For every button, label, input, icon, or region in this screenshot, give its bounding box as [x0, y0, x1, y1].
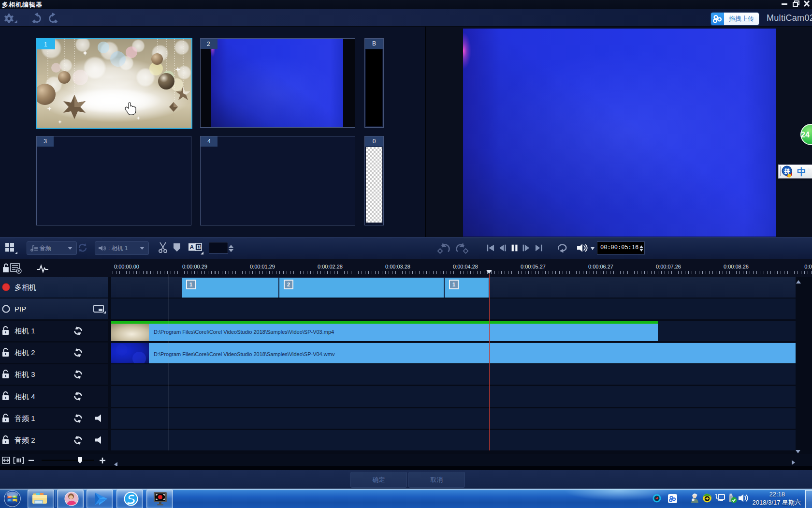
svg-text:拼: 拼 — [784, 168, 790, 175]
svg-text:1: 1 — [44, 41, 47, 48]
svg-text:2: 2 — [207, 41, 210, 47]
svg-text:24: 24 — [801, 131, 810, 139]
svg-text:A: A — [190, 244, 194, 251]
svg-text:B: B — [197, 244, 201, 251]
